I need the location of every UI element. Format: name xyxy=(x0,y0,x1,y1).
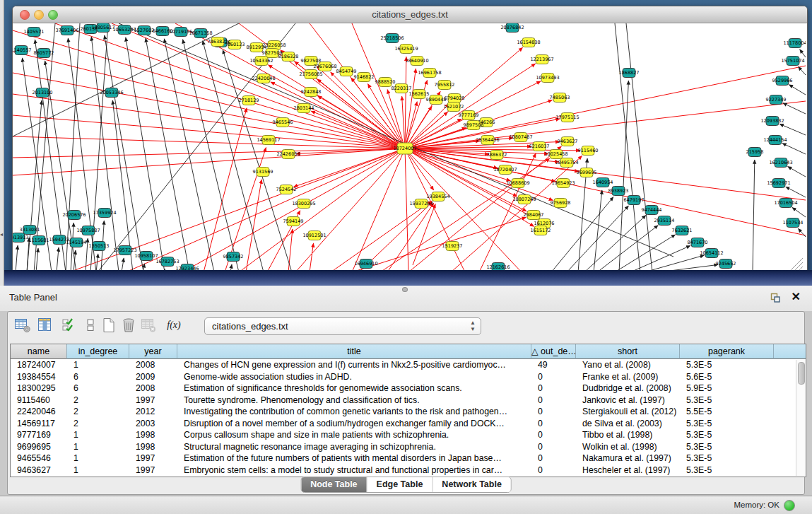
graph-node[interactable]: 1521072 xyxy=(444,103,464,112)
graph-node[interactable]: 19654923 xyxy=(551,179,575,188)
graph-node[interactable]: 16946910 xyxy=(354,259,377,269)
column-header-short[interactable]: short xyxy=(576,344,680,359)
graph-node[interactable]: 15937294 xyxy=(409,199,433,209)
show-column-button[interactable] xyxy=(36,316,54,334)
table-row[interactable]: 1872400712008Changes of HCN gene express… xyxy=(11,359,806,371)
graph-node[interactable]: 18300295 xyxy=(292,199,315,209)
graph-node[interactable]: 16154838 xyxy=(517,38,540,47)
column-header-in_degree[interactable]: in_degree xyxy=(67,344,129,359)
graph-node[interactable]: 1519237 xyxy=(442,242,463,251)
tab-edge-table[interactable]: Edge Table xyxy=(367,477,433,492)
graph-node[interactable]: 12444154 xyxy=(763,136,787,145)
select-columns-button[interactable] xyxy=(60,316,78,334)
graph-node[interactable]: 15692971 xyxy=(767,179,790,188)
network-window-titlebar[interactable]: citations_edges.txt xyxy=(13,6,807,23)
graph-node[interactable]: 14569117 xyxy=(257,136,280,145)
graph-node[interactable]: 18495754 xyxy=(555,158,578,168)
graph-node[interactable]: 37691406 xyxy=(55,26,78,35)
row-height-button[interactable] xyxy=(81,316,100,334)
graph-node[interactable]: 20053346 xyxy=(100,88,123,98)
graph-node[interactable]: 16325419 xyxy=(394,45,418,54)
graph-node[interactable]: 2013100 xyxy=(33,88,53,98)
column-header-title[interactable]: title xyxy=(177,344,531,359)
column-header-pagerank[interactable]: pagerank xyxy=(680,344,774,359)
close-panel-icon[interactable]: ✕ xyxy=(792,290,801,303)
graph-node[interactable]: 6216037 xyxy=(529,142,550,151)
graph-node[interactable]: 8186328 xyxy=(278,52,299,62)
graph-node[interactable]: 18640910 xyxy=(405,57,428,66)
graph-node[interactable]: 1115681 xyxy=(29,236,49,245)
graph-node[interactable]: 10688609 xyxy=(506,179,529,188)
graph-node[interactable]: 1107534 xyxy=(783,218,804,228)
table-row[interactable]: 977716911998Corpus callosum shape and si… xyxy=(11,429,806,441)
graph-node[interactable]: 17359924 xyxy=(93,209,116,218)
graph-node[interactable]: 10912501 xyxy=(302,231,326,240)
graph-node[interactable]: 7485063 xyxy=(550,93,570,103)
tab-node-table[interactable]: Node Table xyxy=(301,477,367,492)
table-select-dropdown[interactable]: citations_edges.txt ▲▼ xyxy=(204,317,481,335)
graph-node[interactable]: 22420046 xyxy=(252,74,275,83)
delete-table-button[interactable] xyxy=(139,316,158,334)
table-row[interactable]: 946362711997Embryonic stem cells: a mode… xyxy=(11,465,806,477)
graph-node[interactable]: 16210643 xyxy=(769,158,792,168)
network-canvas[interactable]: 1872400725218506163254191864091016961758… xyxy=(13,23,806,272)
graph-node[interactable]: 9245652 xyxy=(716,259,736,269)
graph-node[interactable]: 8938923 xyxy=(608,187,629,196)
graph-node[interactable]: 25364436 xyxy=(476,136,499,145)
graph-node[interactable]: 17975115 xyxy=(555,113,579,122)
graph-node[interactable]: 16961758 xyxy=(418,69,441,78)
graph-node[interactable]: 16671358 xyxy=(189,29,212,38)
graph-node[interactable]: 9463627 xyxy=(558,137,578,146)
graph-node[interactable]: 9465546 xyxy=(273,118,293,127)
graph-node[interactable]: 7955812 xyxy=(435,81,455,90)
table-row[interactable]: 1830029562008Estimation of significance … xyxy=(11,382,806,395)
table-row[interactable]: 1456911722003Disruption of a novel membe… xyxy=(11,418,806,430)
graph-node[interactable]: 17957223 xyxy=(113,246,136,255)
graph-node[interactable]: 6794028 xyxy=(445,94,465,103)
graph-node[interactable]: 9529966 xyxy=(772,76,793,86)
graph-node[interactable]: 21756085 xyxy=(299,70,322,79)
table-row[interactable]: 911546021997Tourette syndrome. Phenomeno… xyxy=(11,395,806,407)
graph-node[interactable]: 8605772 xyxy=(34,49,54,58)
graph-node[interactable]: 20876842 xyxy=(500,23,524,33)
graph-node[interactable]: 9699695 xyxy=(577,168,597,177)
graph-node[interactable]: 29676068 xyxy=(313,62,336,71)
table-row[interactable]: 946554611997Estimation of the future num… xyxy=(11,452,806,465)
left-splitter-collapse-icon[interactable]: ◂ xyxy=(0,232,3,238)
graph-node[interactable]: 16782753 xyxy=(155,257,179,267)
graph-node[interactable]: 9115460 xyxy=(578,146,599,156)
citation-network-graph[interactable]: 1872400725218506163254191864091016961758… xyxy=(13,23,806,272)
splitter-handle[interactable] xyxy=(402,287,408,292)
graph-node[interactable]: 7632621 xyxy=(672,226,693,235)
graph-node[interactable]: 7524542 xyxy=(276,185,297,194)
graph-node[interactable]: 215958 xyxy=(746,148,764,157)
graph-node[interactable]: 7886372 xyxy=(487,151,507,160)
graph-node[interactable]: 10973493 xyxy=(536,74,559,83)
graph-node[interactable]: 7594149 xyxy=(283,217,304,226)
graph-node[interactable]: 9474444 xyxy=(642,206,662,215)
graph-node[interactable]: 10653287 xyxy=(112,25,136,35)
graph-node[interactable]: 9913913 xyxy=(13,233,28,243)
memory-status-indicator[interactable] xyxy=(784,500,795,511)
graph-node[interactable]: 1405571 xyxy=(24,28,45,37)
graph-node[interactable]: 1527602 xyxy=(134,26,155,35)
graph-node[interactable]: 1140557 xyxy=(13,46,31,55)
left-splitter[interactable]: ◂ xyxy=(0,0,4,286)
graph-node[interactable]: 9131569 xyxy=(253,168,273,177)
column-header-out_degree[interactable]: △ out_de… xyxy=(531,344,576,359)
graph-node[interactable]: 12213967 xyxy=(530,55,553,64)
delete-column-trash-button[interactable] xyxy=(119,316,138,334)
graph-node[interactable]: 10975887 xyxy=(76,226,100,235)
table-settings-button[interactable] xyxy=(13,316,32,334)
graph-node[interactable]: 1615172 xyxy=(531,226,551,235)
graph-node[interactable]: 25218506 xyxy=(380,34,404,43)
graph-node[interactable]: 15751074 xyxy=(781,57,804,66)
graph-node[interactable]: 1145194 xyxy=(66,238,87,247)
column-header-year[interactable]: year xyxy=(129,344,177,359)
new-table-button[interactable] xyxy=(100,316,118,334)
table-row[interactable]: 1938455462009Genome-wide association stu… xyxy=(11,371,806,383)
graph-node[interactable]: 10654112 xyxy=(700,249,723,258)
graph-node[interactable]: 2935114 xyxy=(654,216,675,226)
graph-node[interactable]: 9857342 xyxy=(223,252,244,262)
graph-node[interactable]: 10807487 xyxy=(509,133,532,142)
